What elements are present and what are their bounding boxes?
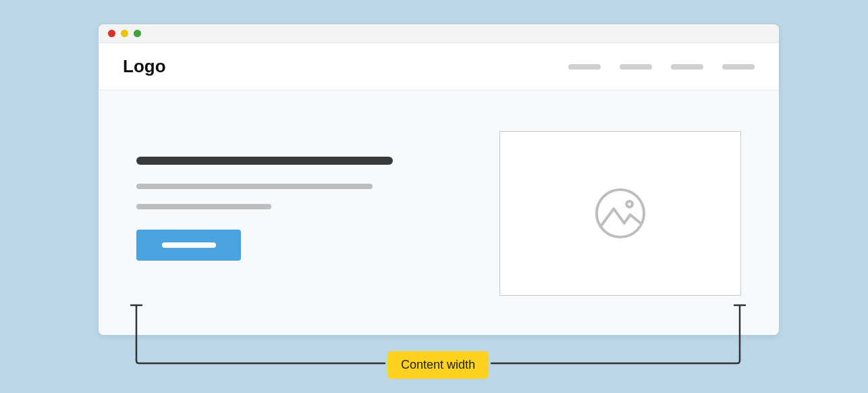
- site-header: Logo: [99, 43, 779, 90]
- window-titlebar: [99, 24, 779, 43]
- annotation-label: Content width: [387, 351, 489, 379]
- headline-placeholder: [136, 157, 393, 165]
- nav-item[interactable]: [671, 64, 703, 70]
- browser-window: Logo: [99, 24, 779, 335]
- image-icon: [594, 187, 647, 240]
- nav: [568, 64, 755, 70]
- subtext-placeholder: [136, 204, 271, 209]
- logo[interactable]: Logo: [123, 56, 166, 77]
- content-area: [99, 90, 779, 335]
- image-placeholder: [499, 131, 741, 296]
- maximize-icon[interactable]: [134, 30, 141, 37]
- subtext-placeholder: [136, 184, 373, 189]
- cta-label-placeholder: [162, 242, 216, 248]
- svg-point-1: [626, 201, 632, 207]
- nav-item[interactable]: [620, 64, 652, 70]
- svg-point-0: [597, 190, 644, 237]
- nav-item[interactable]: [568, 64, 601, 70]
- close-icon[interactable]: [108, 30, 115, 37]
- cta-button[interactable]: [136, 230, 241, 261]
- minimize-icon[interactable]: [121, 30, 128, 37]
- hero: [136, 90, 741, 296]
- nav-item[interactable]: [722, 64, 755, 70]
- hero-text: [136, 131, 445, 296]
